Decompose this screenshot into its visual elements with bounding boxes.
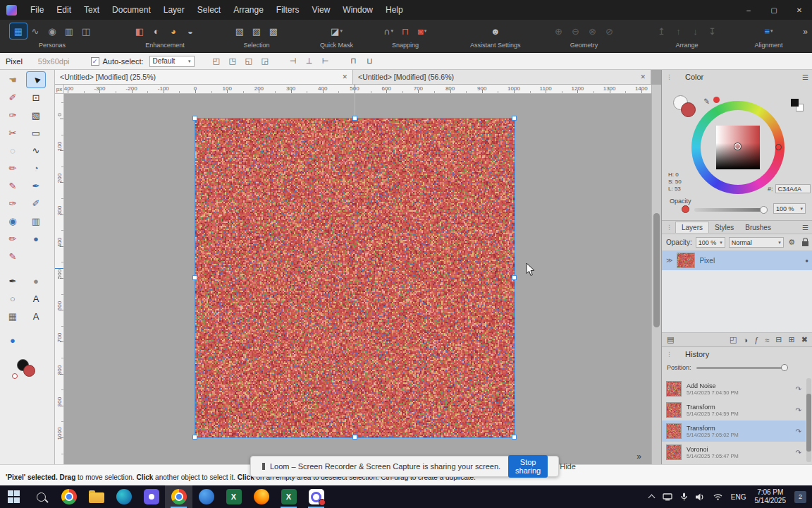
snapping-icon[interactable]: ∩▾ — [380, 23, 397, 39]
minimize-button[interactable]: – — [736, 0, 761, 20]
blemish-removal-tool[interactable]: ✂ — [4, 125, 22, 140]
history-entry-add-noise-0[interactable]: Add Noise5/14/2025 7:04:50 PM↷ — [662, 378, 806, 399]
distribute-icon[interactable]: ⊓ — [347, 56, 360, 67]
menu-filters[interactable]: Filters — [270, 0, 306, 20]
canvas-area[interactable]: » — [64, 94, 651, 464]
file-explorer-icon[interactable] — [82, 485, 110, 508]
history-position-slider[interactable] — [696, 367, 787, 369]
history-branch-icon[interactable]: ↷ — [796, 449, 801, 456]
black-swatch[interactable] — [791, 99, 799, 107]
picked-color-dot[interactable] — [713, 97, 720, 103]
adjustment-layer-icon[interactable]: ◑ — [744, 335, 749, 344]
selection-handle[interactable] — [192, 275, 197, 280]
force-pixel-alignment-icon[interactable]: ◙▾ — [414, 23, 431, 39]
scrollbar-thumb[interactable] — [653, 213, 660, 327]
selection-brush-tool[interactable]: ✑ — [4, 107, 22, 123]
layer-opacity-dropdown[interactable]: 100 %▾ — [696, 237, 725, 248]
snapping-candidates-icon[interactable]: ⊓ — [397, 23, 414, 39]
menu-layer[interactable]: Layer — [157, 0, 191, 20]
layer-visibility-toggle[interactable]: ● — [805, 258, 808, 264]
paint-brush-tool[interactable]: ✏ — [4, 160, 22, 176]
geometry-divide-icon[interactable]: ⊘ — [601, 23, 618, 39]
eyedropper-tool[interactable]: ◉ — [4, 213, 22, 229]
panel-grip-icon[interactable]: ⋮ — [666, 224, 672, 231]
reset-colors-swatch[interactable] — [12, 373, 18, 379]
menu-edit[interactable]: Edit — [50, 0, 78, 20]
auto-select-checkbox[interactable]: ✓ — [91, 57, 99, 66]
transform-anchor-icon[interactable]: ◰ — [210, 56, 223, 67]
foreground-color-swatch[interactable] — [23, 365, 35, 377]
hide-button[interactable]: Hide — [560, 462, 576, 471]
layers-panel-menu-icon[interactable]: ☰ — [802, 224, 808, 231]
pixel-tool[interactable]: ✎ — [4, 178, 22, 193]
alignment-icon[interactable]: ≡▾ — [761, 23, 777, 39]
move-tool[interactable]: ► — [27, 72, 45, 87]
move-to-front-icon[interactable]: ↥ — [653, 23, 670, 39]
menu-select[interactable]: Select — [191, 0, 227, 20]
lock-layer-icon[interactable] — [802, 241, 808, 246]
ellipse-marquee-tool[interactable]: ◌ — [4, 143, 22, 158]
assistant-icon[interactable]: ☻ — [487, 23, 504, 39]
tab-brushes[interactable]: Brushes — [739, 222, 777, 233]
excel-icon[interactable]: X — [220, 485, 247, 508]
export-persona-icon[interactable]: ◫ — [78, 23, 94, 39]
layer-expand-icon[interactable]: ≫ — [666, 257, 672, 264]
smart-selection-tool[interactable]: ▧ — [27, 107, 45, 123]
transform-anchor-icon[interactable]: ◳ — [226, 56, 239, 67]
blend-options-gear-icon[interactable]: ⚙ — [788, 238, 795, 247]
selection-handle[interactable] — [512, 116, 517, 121]
toolbar-overflow-button[interactable]: » — [803, 27, 808, 37]
pen-node-tool[interactable]: ✒ — [4, 273, 22, 289]
auto-colour-icon[interactable]: ◕ — [165, 23, 182, 39]
transform-anchor-icon[interactable]: ◲ — [259, 56, 271, 67]
shape-tool[interactable]: ○ — [4, 291, 22, 306]
notification-count-badge[interactable]: 2 — [794, 491, 806, 503]
zoom-tool[interactable]: ● — [4, 332, 22, 348]
tab-styles[interactable]: Styles — [709, 222, 739, 233]
artistic-text-tool[interactable]: A — [27, 291, 45, 306]
add-layer-icon[interactable]: ⊞ — [789, 335, 795, 344]
history-branch-icon[interactable]: ↷ — [796, 406, 801, 414]
outlook-icon[interactable] — [192, 485, 220, 508]
crayon-tool[interactable]: ✑ — [4, 195, 22, 211]
selection-handle[interactable] — [512, 275, 517, 280]
develop-persona-icon[interactable]: ◉ — [44, 23, 61, 39]
remove-layer-icon[interactable]: ✖ — [801, 335, 808, 344]
move-forward-icon[interactable]: ↑ — [670, 23, 687, 39]
tab-untitled-1[interactable]: <Untitled> [Modified] (25.5%) ✕ — [55, 70, 353, 84]
hue-marker[interactable] — [775, 144, 782, 150]
vertical-align-icon[interactable]: ⊥ — [303, 56, 316, 67]
selection-handle[interactable] — [352, 116, 357, 121]
canvas-vertical-scrollbar[interactable] — [651, 85, 661, 464]
menu-file[interactable]: File — [24, 0, 50, 20]
stop-sharing-button[interactable]: Stop sharing — [508, 455, 548, 478]
erase-brush-tool[interactable]: ✏ — [4, 231, 22, 246]
lasso-tool[interactable]: ∿ — [27, 143, 45, 158]
opacity-slider[interactable] — [694, 208, 765, 212]
network-icon[interactable] — [713, 493, 722, 500]
close-button[interactable]: ✕ — [787, 0, 812, 20]
color-picker-tool[interactable]: ✐ — [4, 90, 22, 105]
firefox-icon[interactable] — [247, 485, 275, 508]
menu-text[interactable]: Text — [78, 0, 106, 20]
live-filter-icon[interactable]: ≈ — [765, 335, 769, 344]
selection-handle[interactable] — [352, 435, 357, 440]
scroll-right-chevron[interactable]: » — [636, 452, 641, 461]
selection-handle[interactable] — [192, 116, 197, 121]
select-all-icon[interactable]: ▧ — [231, 23, 248, 39]
panel-grip-icon[interactable]: ⋮ — [666, 73, 672, 80]
menu-help[interactable]: Help — [379, 0, 410, 20]
store-app-icon[interactable] — [137, 485, 165, 508]
flood-fill-tool[interactable]: ● — [27, 231, 45, 246]
hex-value-field[interactable]: C34A4A — [775, 184, 811, 193]
display-icon[interactable] — [663, 493, 672, 501]
primary-color-swatch[interactable] — [681, 102, 696, 117]
geometry-add-icon[interactable]: ⊕ — [550, 23, 567, 39]
marquee-tool[interactable]: ▭ — [27, 125, 45, 140]
start-button[interactable] — [0, 485, 27, 508]
selection-handle[interactable] — [192, 435, 197, 440]
history-scrollbar[interactable] — [806, 378, 811, 462]
chrome-icon[interactable] — [55, 485, 82, 508]
color-picker-icon[interactable]: ✐ — [701, 97, 711, 104]
deselect-icon[interactable]: ▨ — [248, 23, 265, 39]
